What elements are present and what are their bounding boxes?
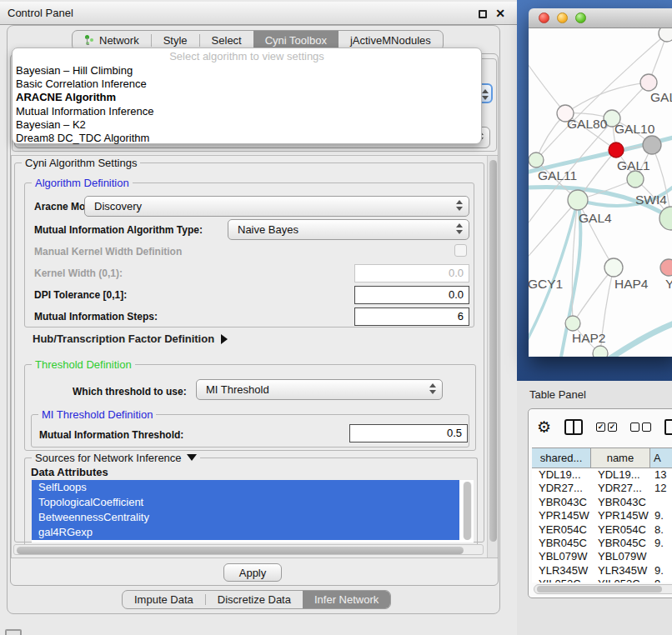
- tab-label: jActiveMNodules: [350, 34, 431, 47]
- columns-icon[interactable]: [564, 419, 583, 435]
- settings-vertical-scrollbar[interactable]: [487, 156, 498, 558]
- dpi-tolerance-field[interactable]: 0.0: [354, 286, 469, 304]
- which-threshold-label: Which threshold to use:: [73, 386, 187, 398]
- which-threshold-combo[interactable]: MI Threshold: [196, 379, 443, 400]
- scrollbar-thumb[interactable]: [537, 586, 662, 592]
- node-hap4[interactable]: [604, 258, 623, 277]
- network-canvas[interactable]: GAL GAL80 GAL10 GAL1 GAL11 SWI4 GAL4 GCY…: [529, 28, 672, 357]
- table-cell: YPR145W: [532, 509, 591, 522]
- node[interactable]: [659, 28, 672, 42]
- node-red-selected[interactable]: [609, 142, 624, 158]
- scrollbar-thumb[interactable]: [464, 482, 471, 540]
- group-title: Cyni Algorithm Settings: [22, 157, 140, 169]
- table-cell: YDL19...: [591, 468, 650, 482]
- mi-threshold-label: Mutual Information Threshold:: [39, 429, 183, 441]
- mi-type-combo[interactable]: Naive Bayes: [228, 219, 469, 240]
- node[interactable]: [640, 74, 657, 91]
- list-item[interactable]: Bayesian – Hill Climbing: [13, 64, 481, 78]
- table-cell: 9.: [650, 564, 672, 578]
- list-scrollbar[interactable]: [463, 482, 472, 540]
- tab-label: Select: [212, 34, 242, 47]
- table-cell: [650, 550, 672, 563]
- attribute-item-selected[interactable]: TopologicalCoefficient: [32, 495, 459, 510]
- node-label: HAP4: [614, 277, 649, 291]
- unchecked-box-icon: [642, 422, 651, 432]
- export-table-icon[interactable]: [664, 419, 672, 435]
- column-header[interactable]: shared...: [532, 448, 591, 468]
- table-cell: 13: [650, 468, 672, 482]
- node-gal4[interactable]: [568, 190, 588, 210]
- mi-threshold-field[interactable]: 0.5: [349, 424, 468, 442]
- stepper-icon: [456, 200, 463, 211]
- table-horizontal-scrollbar[interactable]: [534, 584, 672, 594]
- select-all-checks-icon[interactable]: ✓ ✓: [596, 422, 617, 432]
- hub-definition-label: Hub/Transcription Factor Definition: [33, 332, 214, 345]
- attribute-item-selected[interactable]: gal4RGexp: [32, 525, 459, 540]
- list-item-selected[interactable]: ARACNE Algorithm: [13, 91, 481, 104]
- table-toolbar: ⚙ ✓ ✓: [537, 419, 672, 435]
- scrollbar-thumb[interactable]: [489, 160, 497, 542]
- table-row[interactable]: YBR045CYBR045C9.: [532, 537, 672, 550]
- tab-impute-data[interactable]: Impute Data: [123, 591, 205, 608]
- data-attributes-label: Data Attributes: [31, 466, 108, 478]
- table-cell: YBR045C: [591, 537, 650, 550]
- attribute-item-selected[interactable]: SelfLoops: [32, 480, 459, 495]
- table-row[interactable]: YLR345WYLR345W9.: [532, 564, 672, 578]
- minimize-traffic-icon[interactable]: [557, 12, 568, 23]
- close-traffic-icon[interactable]: [539, 12, 549, 23]
- manual-kernel-checkbox[interactable]: [454, 244, 467, 257]
- zoom-traffic-icon[interactable]: [575, 12, 586, 23]
- node-hap2[interactable]: [565, 316, 580, 331]
- deselect-all-checks-icon[interactable]: [630, 422, 651, 432]
- table-cell: YPR145W: [591, 509, 650, 522]
- aracne-mode-combo[interactable]: Discovery: [84, 196, 469, 217]
- column-header[interactable]: A: [650, 448, 672, 468]
- table-panel-title: Table Panel: [529, 388, 586, 401]
- table-row[interactable]: YBL079WYBL079W: [532, 550, 672, 563]
- tab-label: Cyni Toolbox: [265, 34, 327, 47]
- table-cell: 9: [650, 578, 672, 582]
- node-salmon[interactable]: [660, 259, 672, 276]
- column-header[interactable]: name: [591, 448, 650, 468]
- data-attributes-list: SelfLoops TopologicalCoefficient Between…: [32, 480, 474, 542]
- table-row[interactable]: YDL19...YDL19...13: [532, 468, 672, 482]
- collapsed-panel-icon[interactable]: [5, 629, 22, 635]
- network-window-titlebar[interactable]: [529, 8, 672, 28]
- node-gal1[interactable]: [627, 171, 644, 188]
- hub-definition-toggle[interactable]: Hub/Transcription Factor Definition: [33, 332, 228, 345]
- list-item[interactable]: Dream8 DC_TDC Algorithm: [13, 132, 481, 145]
- node-label: GCY1: [529, 277, 563, 291]
- float-window-icon[interactable]: [479, 10, 487, 18]
- scrollbar-thumb[interactable]: [17, 547, 464, 554]
- node-gray[interactable]: [643, 136, 661, 154]
- list-item[interactable]: Basic Correlation Inference: [13, 78, 481, 91]
- table-cell: 9.: [650, 509, 672, 522]
- tab-infer-network[interactable]: Infer Network: [303, 591, 390, 608]
- close-icon[interactable]: ✕: [495, 7, 505, 20]
- node-label: HAP2: [572, 331, 606, 345]
- settings-horizontal-scrollbar[interactable]: [13, 544, 484, 555]
- apply-button[interactable]: Apply: [223, 563, 282, 582]
- gear-icon[interactable]: ⚙: [537, 419, 551, 435]
- table-cell: YIL052C: [591, 578, 650, 582]
- network-view-window: GAL GAL80 GAL10 GAL1 GAL11 SWI4 GAL4 GCY…: [529, 8, 672, 357]
- table-row[interactable]: YIL052CYIL052C9: [532, 578, 672, 582]
- table-row[interactable]: YDR27...YDR27...12: [532, 482, 672, 495]
- attribute-item-selected[interactable]: BetweennessCentrality: [32, 510, 459, 525]
- tab-discretize-data[interactable]: Discretize Data: [206, 591, 303, 608]
- kernel-width-field[interactable]: 0.0: [354, 264, 469, 282]
- table-cell: [650, 496, 672, 509]
- table-cell: YDR27...: [591, 482, 650, 495]
- combo-value: Naive Bayes: [238, 223, 298, 236]
- list-item[interactable]: Bayesian – K2: [13, 118, 481, 132]
- apply-label: Apply: [239, 567, 267, 579]
- table-row[interactable]: YER054CYER054C8.: [532, 523, 672, 537]
- table-cell: YBR043C: [591, 496, 650, 509]
- list-item[interactable]: Mutual Information Inference: [13, 105, 481, 118]
- table-row[interactable]: YPR145WYPR145W9.: [532, 509, 672, 522]
- network-icon: [84, 35, 95, 47]
- node[interactable]: [593, 346, 608, 357]
- table-row[interactable]: YBR043CYBR043C: [532, 496, 672, 509]
- mi-steps-field[interactable]: 6: [354, 308, 469, 326]
- node-gal11[interactable]: [529, 152, 544, 168]
